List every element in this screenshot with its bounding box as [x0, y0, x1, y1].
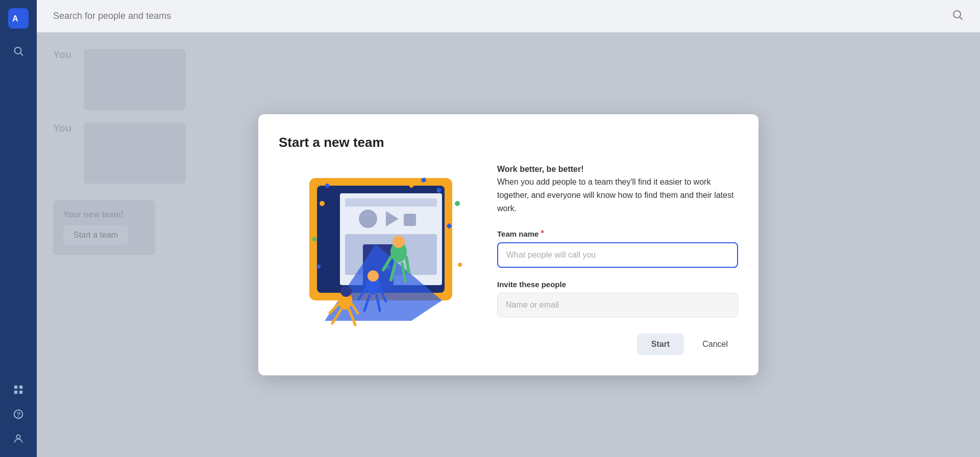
svg-point-48	[458, 263, 462, 267]
svg-rect-5	[14, 391, 17, 394]
svg-point-30	[368, 270, 379, 282]
svg-text:?: ?	[17, 411, 20, 418]
svg-point-36	[340, 286, 352, 297]
team-illustration-svg	[279, 163, 473, 336]
modal-form: Work better, be better! When you add peo…	[497, 163, 738, 355]
start-button[interactable]: Start	[637, 334, 684, 355]
svg-point-24	[393, 236, 405, 248]
svg-rect-15	[345, 198, 437, 207]
modal-dialog: Start a new team	[258, 114, 758, 375]
modal-tagline: Work better, be better! When you add peo…	[497, 163, 738, 215]
svg-point-16	[359, 210, 377, 228]
search-icon[interactable]	[951, 9, 964, 24]
app-logo[interactable]: A	[8, 8, 29, 29]
svg-line-2	[20, 53, 22, 55]
cancel-button[interactable]: Cancel	[692, 334, 738, 355]
content-area: You You Your new team! Start a team Star…	[37, 33, 980, 457]
search-bar	[53, 9, 964, 24]
svg-point-45	[320, 201, 325, 206]
svg-rect-6	[19, 391, 22, 394]
search-input[interactable]	[53, 11, 945, 21]
sidebar: A ?	[0, 0, 37, 457]
required-marker: *	[541, 229, 544, 238]
svg-text:A: A	[12, 14, 18, 23]
modal-actions: Start Cancel	[497, 334, 738, 355]
logo-icon: A	[12, 12, 24, 24]
team-name-label: Team name *	[497, 229, 738, 238]
svg-point-49	[409, 184, 413, 188]
svg-point-9	[16, 435, 20, 439]
main-content: You You Your new team! Start a team Star…	[37, 0, 980, 457]
invite-input[interactable]	[497, 293, 738, 317]
sidebar-item-profile[interactable]	[8, 428, 29, 449]
topbar	[37, 0, 980, 33]
modal-overlay: Start a new team	[37, 33, 980, 457]
svg-rect-3	[14, 386, 17, 389]
sidebar-item-apps[interactable]	[8, 379, 29, 400]
svg-line-11	[960, 17, 963, 19]
invite-label: Invite these people	[497, 280, 738, 289]
svg-point-44	[455, 201, 460, 206]
modal-body: Work better, be better! When you add peo…	[279, 163, 738, 355]
sidebar-item-help[interactable]: ?	[8, 404, 29, 424]
svg-point-46	[312, 237, 316, 241]
svg-point-50	[325, 184, 329, 188]
svg-rect-4	[19, 386, 22, 389]
modal-illustration	[279, 163, 473, 338]
modal-title: Start a new team	[279, 135, 738, 150]
team-name-input[interactable]	[497, 242, 738, 268]
svg-rect-18	[404, 214, 416, 226]
sidebar-item-search[interactable]	[8, 41, 29, 61]
